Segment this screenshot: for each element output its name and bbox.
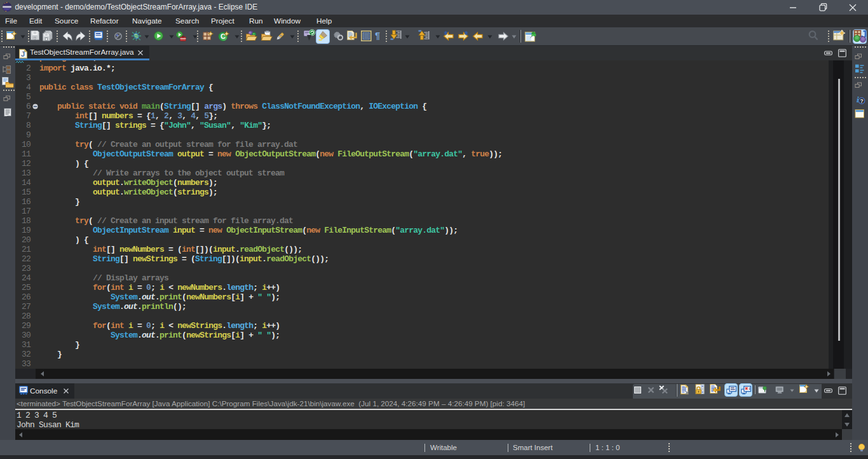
svg-text:?: ? <box>860 98 863 104</box>
svg-text:J: J <box>21 50 25 58</box>
